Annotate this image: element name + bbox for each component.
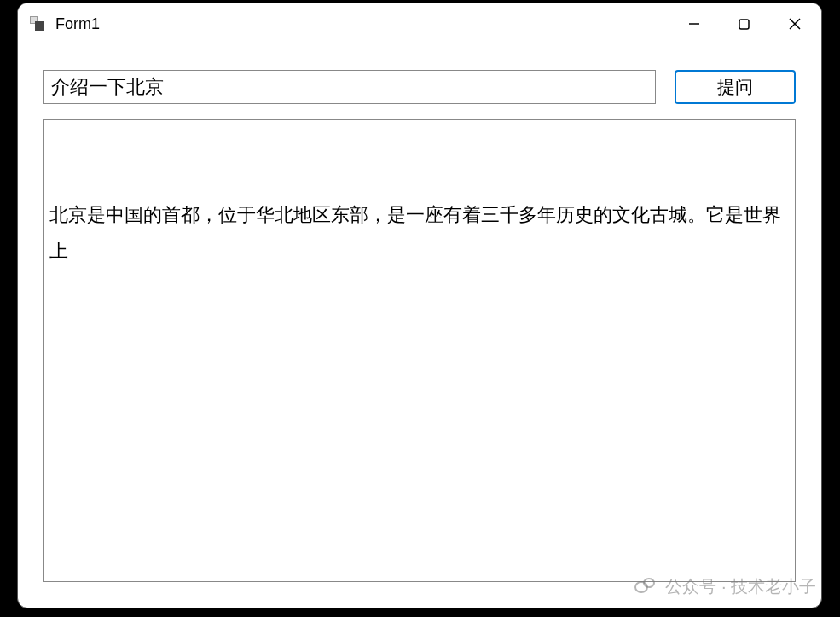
minimize-button[interactable] bbox=[669, 3, 719, 44]
answer-output[interactable]: 北京是中国的首都，位于华北地区东部，是一座有着三千多年历史的文化古城。它是世界上 bbox=[43, 119, 796, 582]
answer-text: 北京是中国的首都，位于华北地区东部，是一座有着三千多年历史的文化古城。它是世界上 bbox=[49, 204, 781, 261]
window-controls bbox=[669, 3, 821, 44]
window-title: Form1 bbox=[55, 15, 669, 33]
app-icon bbox=[30, 16, 45, 32]
content-area: 提问 北京是中国的首都，位于华北地区东部，是一座有着三千多年历史的文化古城。它是… bbox=[18, 44, 821, 608]
app-window: Form1 提问 bbox=[17, 3, 822, 608]
question-input[interactable] bbox=[43, 70, 656, 104]
input-row: 提问 bbox=[43, 70, 796, 104]
minimize-icon bbox=[687, 17, 701, 31]
close-button[interactable] bbox=[768, 3, 821, 44]
maximize-button[interactable] bbox=[719, 3, 768, 44]
titlebar[interactable]: Form1 bbox=[18, 3, 821, 44]
svg-rect-1 bbox=[739, 20, 749, 29]
ask-button[interactable]: 提问 bbox=[675, 70, 796, 104]
maximize-icon bbox=[738, 18, 750, 31]
close-icon bbox=[788, 17, 802, 31]
